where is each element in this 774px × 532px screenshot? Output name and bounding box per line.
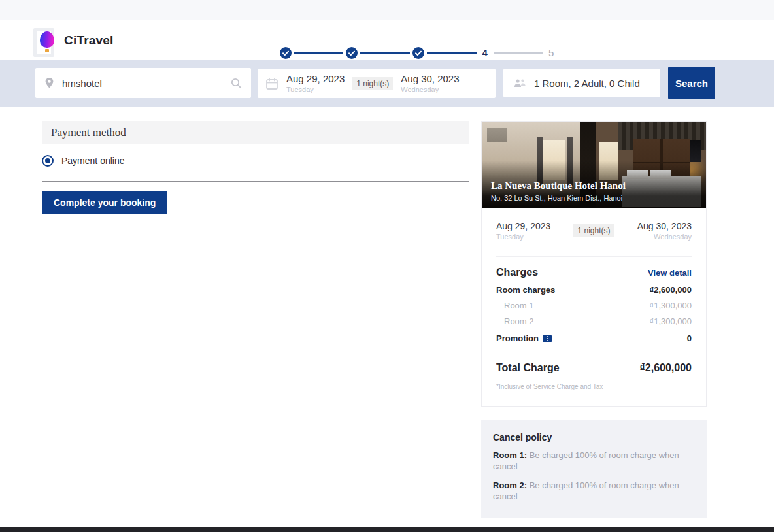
card-nights-badge: 1 night(s) bbox=[573, 224, 614, 237]
date-range-field[interactable]: Aug 29, 2023 Tuesday 1 night(s) Aug 30, … bbox=[258, 69, 496, 98]
charges-title: Charges bbox=[496, 267, 538, 278]
cancel-room2-label: Room 2: bbox=[493, 480, 527, 490]
promotion-label: Promotion bbox=[496, 333, 539, 343]
calendar-icon bbox=[265, 77, 278, 90]
search-band: Aug 29, 2023 Tuesday 1 night(s) Aug 30, … bbox=[0, 60, 774, 107]
card-checkin-day: Tuesday bbox=[496, 233, 550, 241]
total-charge-row: Total Charge ₫2,600,000 bbox=[496, 362, 692, 374]
check-circle-icon bbox=[412, 47, 424, 59]
brand-logo-icon bbox=[33, 25, 58, 56]
magnifier-icon[interactable] bbox=[231, 78, 242, 89]
room-charges-value: ₫2,600,000 bbox=[649, 285, 692, 295]
header: CiTravel Select a hotel Find a Room bbox=[0, 20, 774, 61]
radio-selected[interactable] bbox=[42, 155, 54, 167]
balloon-basket-shape bbox=[45, 49, 49, 52]
occupancy-field[interactable]: 1 Room, 2 Adult, 0 Child bbox=[503, 69, 660, 97]
hotel-address: No. 32 Lo Su St., Hoan Kiem Dist., Hanoi bbox=[491, 194, 622, 202]
nights-badge: 1 night(s) bbox=[352, 77, 393, 90]
card-checkout-date: Aug 30, 2023 bbox=[637, 221, 692, 231]
room1-value: ₫1,300,000 bbox=[649, 301, 692, 310]
total-charge-value: ₫2,600,000 bbox=[640, 362, 692, 374]
promotion-label-wrap: Promotion bbox=[496, 333, 552, 343]
brand[interactable]: CiTravel bbox=[33, 25, 114, 56]
cancel-policy-item: Room 1: Be charged 100% of room charge w… bbox=[493, 450, 689, 473]
promotion-value: 0 bbox=[687, 333, 692, 343]
room-charges-row: Room charges ₫2,600,000 bbox=[496, 285, 692, 295]
checkout-block: Aug 30, 2023 Wednesday bbox=[401, 73, 459, 93]
step-marker bbox=[252, 47, 319, 59]
promotion-row: Promotion 0 bbox=[496, 333, 692, 343]
hotel-name: La Nueva Boutique Hotel Hanoi bbox=[491, 180, 626, 191]
card-checkout-block: Aug 30, 2023 Wednesday bbox=[637, 221, 692, 241]
hotel-search-field[interactable] bbox=[35, 68, 251, 98]
step-number: 4 bbox=[482, 47, 487, 59]
checkin-block: Aug 29, 2023 Tuesday bbox=[286, 73, 345, 93]
card-dates-row: Aug 29, 2023 Tuesday 1 night(s) Aug 30, … bbox=[496, 221, 692, 241]
ticket-icon[interactable] bbox=[543, 335, 552, 342]
card-divider bbox=[496, 256, 692, 257]
section-divider bbox=[42, 181, 469, 182]
checkin-day: Tuesday bbox=[286, 86, 345, 93]
checkout-date: Aug 30, 2023 bbox=[401, 73, 459, 84]
check-circle-icon bbox=[280, 47, 292, 59]
card-checkin-block: Aug 29, 2023 Tuesday bbox=[496, 221, 550, 241]
booking-card: La Nueva Boutique Hotel Hanoi No. 32 Lo … bbox=[481, 121, 707, 407]
cancel-policy-item: Room 2: Be charged 100% of room charge w… bbox=[493, 480, 689, 503]
room2-label: Room 2 bbox=[496, 316, 534, 326]
hotel-photo: La Nueva Boutique Hotel Hanoi No. 32 Lo … bbox=[482, 122, 706, 208]
card-checkout-day: Wednesday bbox=[637, 233, 692, 241]
search-button[interactable]: Search bbox=[668, 67, 715, 99]
charges-header: Charges View detail bbox=[496, 267, 692, 278]
step-marker: 4 bbox=[452, 47, 518, 59]
checkin-date: Aug 29, 2023 bbox=[286, 73, 345, 84]
payment-online-option[interactable]: Payment online bbox=[42, 155, 125, 167]
check-circle-icon bbox=[346, 47, 358, 59]
step-number: 5 bbox=[548, 47, 554, 59]
room-charges-label: Room charges bbox=[496, 285, 555, 295]
complete-booking-button[interactable]: Complete your booking bbox=[42, 191, 167, 214]
checkout-day: Wednesday bbox=[401, 86, 459, 93]
total-charge-label: Total Charge bbox=[496, 362, 560, 374]
location-pin-icon bbox=[44, 77, 54, 89]
occupancy-value: 1 Room, 2 Adult, 0 Child bbox=[534, 78, 640, 89]
view-detail-link[interactable]: View detail bbox=[648, 268, 692, 278]
cancel-policy-panel: Cancel policy Room 1: Be charged 100% of… bbox=[481, 420, 707, 518]
payment-online-label: Payment online bbox=[61, 156, 125, 166]
radio-dot bbox=[45, 158, 50, 163]
card-checkin-date: Aug 29, 2023 bbox=[496, 221, 550, 231]
footer-bar bbox=[0, 527, 774, 532]
room2-row: Room 2 ₫1,300,000 bbox=[496, 316, 692, 326]
room2-value: ₫1,300,000 bbox=[649, 316, 692, 326]
people-icon bbox=[514, 78, 526, 88]
brand-name: CiTravel bbox=[64, 33, 114, 48]
room1-row: Room 1 ₫1,300,000 bbox=[496, 301, 692, 310]
hotel-search-input[interactable] bbox=[61, 77, 224, 90]
hot-air-balloon-icon bbox=[40, 31, 54, 48]
charges-note: *Inclusive of Service Charge and Tax bbox=[496, 383, 603, 390]
step-marker: 5 bbox=[518, 47, 584, 59]
step-marker bbox=[319, 47, 386, 59]
step-marker bbox=[385, 47, 452, 59]
payment-method-header: Payment method bbox=[42, 121, 469, 144]
cancel-policy-title: Cancel policy bbox=[493, 432, 695, 442]
top-strip bbox=[0, 0, 774, 20]
room1-label: Room 1 bbox=[496, 301, 534, 310]
cancel-room1-label: Room 1: bbox=[493, 450, 527, 460]
